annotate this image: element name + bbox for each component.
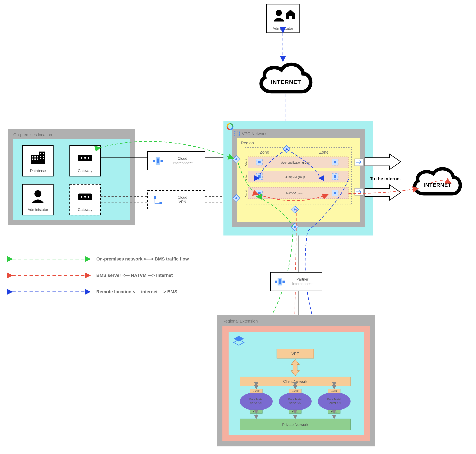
onprem-container: On-premises location Database Gateway xyxy=(8,129,135,225)
vm-icon xyxy=(332,190,338,196)
svg-rect-43 xyxy=(148,190,205,209)
svg-text:Bond0: Bond0 xyxy=(331,390,337,392)
svg-text:INTERNET: INTERNET xyxy=(423,182,451,188)
svg-rect-89 xyxy=(334,192,336,194)
svg-text:Server #2: Server #2 xyxy=(289,401,302,405)
legend: On-premises network <—> BMS traffic flow… xyxy=(12,256,189,294)
svg-text:Interconnect: Interconnect xyxy=(292,282,312,286)
partner-interconnect-box: Partner Interconnect xyxy=(271,272,322,291)
svg-text:Interconnect: Interconnect xyxy=(172,161,193,165)
svg-text:VPN: VPN xyxy=(179,200,186,204)
svg-point-90 xyxy=(235,158,237,160)
svg-text:Database: Database xyxy=(30,169,46,173)
svg-text:Bond1: Bond1 xyxy=(292,410,298,413)
svg-rect-72 xyxy=(258,161,261,163)
svg-rect-82 xyxy=(334,175,336,178)
svg-rect-102 xyxy=(282,280,285,283)
internet-cloud-right: INTERNET xyxy=(415,169,460,194)
svg-rect-8 xyxy=(32,156,33,158)
svg-point-94 xyxy=(294,226,296,228)
to-internet-label: To the internet xyxy=(370,176,401,181)
svg-rect-10 xyxy=(37,156,38,158)
cloud-vpn-box: Cloud VPN xyxy=(148,190,205,209)
vm-icon xyxy=(332,174,338,180)
svg-rect-12 xyxy=(34,159,36,160)
svg-rect-44 xyxy=(154,196,156,199)
svg-point-1 xyxy=(276,10,282,16)
onprem-title: On-premises location xyxy=(13,132,52,137)
svg-point-28 xyxy=(34,190,41,197)
router-icon xyxy=(78,194,92,200)
admin-top-box: Administator xyxy=(266,4,299,33)
svg-text:Gateway: Gateway xyxy=(78,208,92,212)
svg-rect-38 xyxy=(161,160,163,162)
svg-text:Server #1: Server #1 xyxy=(250,401,263,405)
admin-top-label: Administator xyxy=(273,26,293,30)
svg-text:Bond1: Bond1 xyxy=(253,410,259,413)
vm-icon xyxy=(256,159,262,165)
svg-rect-19 xyxy=(43,158,44,159)
gateway1-tile: Gateway xyxy=(70,145,101,176)
svg-rect-37 xyxy=(153,160,155,162)
vm-icon xyxy=(332,159,338,165)
svg-text:Gateway: Gateway xyxy=(78,169,92,173)
svg-text:Remote location   <— internet : Remote location <— internet —> BMS xyxy=(96,289,177,294)
vpc-container: VPC Network Region Zone Zone Subnet User… xyxy=(223,121,373,235)
svg-point-25 xyxy=(88,157,89,159)
svg-rect-75 xyxy=(334,161,336,163)
svg-text:Regional Extension: Regional Extension xyxy=(222,319,258,323)
svg-text:JumpVM group: JumpVM group xyxy=(286,175,305,179)
regional-extension: Regional Extension VRF Client Network Bo… xyxy=(217,315,375,446)
vm-icon xyxy=(256,174,262,180)
svg-text:BMS server   <— NATVM —>   Int: BMS server <— NATVM —> Internet xyxy=(96,273,173,278)
svg-rect-45 xyxy=(159,202,162,204)
lb-icon xyxy=(355,159,363,166)
svg-point-93 xyxy=(294,208,296,211)
svg-rect-15 xyxy=(43,153,44,154)
svg-point-91 xyxy=(235,197,237,199)
svg-text:VPC Network: VPC Network xyxy=(242,131,267,136)
svg-text:INTERNET: INTERNET xyxy=(271,79,301,85)
svg-text:Bond0: Bond0 xyxy=(292,390,298,392)
svg-rect-14 xyxy=(40,153,41,154)
svg-text:VRF: VRF xyxy=(291,352,299,356)
router-icon xyxy=(78,155,92,161)
svg-text:Bond1: Bond1 xyxy=(331,410,337,413)
svg-text:On-premises network <—> BMS tr: On-premises network <—> BMS traffic flow xyxy=(96,256,189,262)
admin-tile: Administator xyxy=(23,184,53,215)
svg-point-23 xyxy=(81,157,82,159)
svg-point-33 xyxy=(84,196,86,198)
gateway2-tile: Gateway xyxy=(70,184,101,215)
subnet-nat: Subnet NATVM group xyxy=(245,187,349,199)
svg-rect-40 xyxy=(157,159,159,163)
svg-rect-13 xyxy=(37,159,38,160)
svg-text:Cloud: Cloud xyxy=(178,195,187,199)
svg-text:Bare Metal: Bare Metal xyxy=(249,398,263,401)
lb-icon xyxy=(355,188,363,195)
svg-text:Administator: Administator xyxy=(28,208,48,212)
svg-rect-86 xyxy=(258,192,261,194)
svg-text:Zone: Zone xyxy=(260,150,269,154)
svg-text:Region: Region xyxy=(241,141,254,145)
svg-rect-17 xyxy=(43,156,44,157)
svg-text:Cloud: Cloud xyxy=(178,156,187,160)
svg-point-32 xyxy=(81,196,82,198)
internet-cloud-top: INTERNET xyxy=(261,65,311,92)
svg-rect-104 xyxy=(279,279,281,284)
subnet-jump: Subnet JumpVM group xyxy=(245,171,349,182)
svg-text:Server #N: Server #N xyxy=(328,401,341,405)
svg-rect-16 xyxy=(40,156,41,157)
cloud-interconnect-box: Cloud Interconnect xyxy=(148,151,205,170)
svg-point-24 xyxy=(84,157,86,159)
svg-rect-18 xyxy=(40,158,41,159)
svg-rect-7 xyxy=(39,151,45,164)
svg-text:Subnet: Subnet xyxy=(245,190,247,197)
svg-text:Private Network: Private Network xyxy=(282,423,308,427)
svg-text:NATVM group: NATVM group xyxy=(286,192,304,195)
svg-rect-101 xyxy=(275,280,277,283)
database-tile: Database xyxy=(23,145,53,176)
svg-text:Bare Metal: Bare Metal xyxy=(288,398,302,401)
svg-text:Bond0: Bond0 xyxy=(253,390,259,392)
svg-text:Client Network: Client Network xyxy=(283,379,307,384)
svg-rect-9 xyxy=(34,156,36,158)
